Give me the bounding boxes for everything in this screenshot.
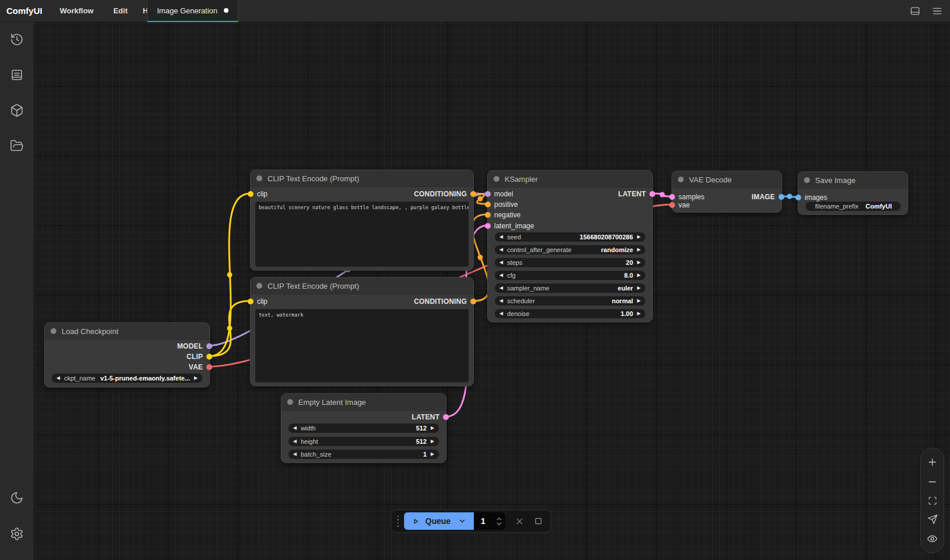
theme-moon-icon[interactable]	[10, 491, 24, 505]
decrement-arrow-icon[interactable]: ◀	[499, 260, 503, 265]
zoom-out-icon[interactable]	[927, 476, 938, 487]
increment-arrow-icon[interactable]: ▶	[637, 273, 641, 278]
increment-arrow-icon[interactable]: ▶	[637, 235, 641, 239]
workflows-folder-icon[interactable]	[10, 139, 24, 153]
menu-workflow[interactable]: Workflow	[60, 6, 94, 15]
node-header[interactable]: CLIP Text Encode (Prompt)	[251, 170, 473, 187]
collapse-dot-icon[interactable]	[51, 328, 56, 334]
clip-output-slot[interactable]	[206, 354, 212, 360]
widget-batch-size[interactable]: ◀ batch_size 1 ▶	[288, 450, 439, 459]
batch-count-input[interactable]: 1	[474, 512, 505, 530]
widget-width[interactable]: ◀ width 512 ▶	[288, 423, 439, 433]
zoom-in-icon[interactable]	[927, 457, 938, 468]
samples-input-slot[interactable]	[669, 194, 675, 200]
decrement-arrow-icon[interactable]: ◀	[499, 247, 503, 252]
fit-view-icon[interactable]	[927, 496, 938, 506]
image-output-slot[interactable]	[778, 194, 784, 200]
decrement-arrow-icon[interactable]: ◀	[499, 235, 503, 239]
panel-toggle-icon[interactable]	[909, 5, 921, 17]
decrement-arrow-icon[interactable]: ◀	[293, 426, 297, 430]
latent-image-input-slot[interactable]	[485, 223, 491, 229]
drag-handle[interactable]	[397, 516, 399, 527]
node-empty-latent-image[interactable]: Empty Latent Image LATENT ◀ width 512 ▶ …	[281, 393, 447, 463]
widget-height[interactable]: ◀ height 512 ▶	[288, 437, 439, 446]
node-title: CLIP Text Encode (Prompt)	[267, 174, 359, 183]
increment-arrow-icon[interactable]: ▶	[637, 311, 641, 316]
queue-button[interactable]: Queue	[404, 512, 474, 530]
widget-sampler-name[interactable]: ◀ sampler_name euler ▶	[495, 283, 645, 293]
model-output-slot[interactable]	[206, 343, 212, 349]
increment-arrow-icon[interactable]: ▶	[637, 247, 641, 252]
node-header[interactable]: Empty Latent Image	[281, 394, 446, 411]
increment-arrow-icon[interactable]: ▶	[637, 299, 641, 303]
increment-arrow-icon[interactable]: ▶	[431, 426, 434, 430]
clip-input-slot[interactable]	[248, 191, 253, 197]
increment-arrow-icon[interactable]: ▶	[431, 452, 434, 457]
conditioning-output-slot[interactable]	[470, 191, 476, 197]
node-clip-text-encode-negative[interactable]: CLIP Text Encode (Prompt) clip CONDITION…	[250, 277, 474, 386]
vae-output-slot[interactable]	[206, 364, 212, 370]
clip-input-slot[interactable]	[248, 299, 253, 304]
widget-filename-prefix[interactable]: filename_prefix ComfyUI	[806, 202, 901, 211]
prompt-textarea[interactable]: beautiful scenery nature glass bottle la…	[255, 202, 469, 267]
widget-cfg[interactable]: ◀ cfg 8.0 ▶	[495, 271, 645, 280]
node-save-image[interactable]: Save Image images filename_prefix ComfyU…	[798, 171, 908, 215]
node-vae-decode[interactable]: VAE Decode samples IMAGE vae	[672, 171, 782, 213]
decrement-arrow-icon[interactable]: ◀	[293, 452, 297, 457]
decrement-arrow-icon[interactable]: ◀	[499, 273, 503, 278]
unsaved-dot-icon	[224, 8, 228, 13]
stepper-down-icon[interactable]	[496, 522, 502, 526]
increment-arrow-icon[interactable]: ▶	[637, 286, 641, 290]
latent-output-slot[interactable]	[649, 191, 655, 197]
conditioning-output-slot[interactable]	[470, 299, 476, 304]
node-templates-icon[interactable]	[10, 68, 24, 82]
images-input-slot[interactable]	[795, 195, 801, 200]
model-input-slot[interactable]	[485, 191, 491, 197]
node-header[interactable]: Load Checkpoint	[45, 323, 209, 340]
node-header[interactable]: VAE Decode	[672, 171, 781, 188]
positive-input-slot[interactable]	[485, 202, 491, 207]
node-header[interactable]: CLIP Text Encode (Prompt)	[251, 278, 473, 295]
stepper-up-icon[interactable]	[496, 516, 502, 521]
collapse-dot-icon[interactable]	[494, 176, 499, 182]
prompt-textarea[interactable]: text, watermark	[255, 309, 469, 382]
pan-mode-icon[interactable]	[927, 514, 938, 525]
decrement-arrow-icon[interactable]: ◀	[499, 299, 503, 303]
increment-arrow-icon[interactable]: ▶	[637, 260, 641, 265]
latent-output-slot[interactable]	[443, 414, 449, 420]
menu-edit[interactable]: Edit	[113, 6, 128, 15]
increment-arrow-icon[interactable]: ▶	[431, 439, 434, 444]
model-library-icon[interactable]	[10, 103, 24, 117]
tab-image-generation[interactable]: Image Generation	[147, 0, 238, 22]
negative-input-slot[interactable]	[485, 212, 491, 218]
clear-queue-button[interactable]	[515, 516, 524, 526]
stop-button[interactable]	[534, 516, 543, 526]
node-clip-text-encode-positive[interactable]: CLIP Text Encode (Prompt) clip CONDITION…	[250, 170, 474, 271]
widget-scheduler[interactable]: ◀ scheduler normal ▶	[495, 296, 645, 306]
toggle-visibility-eye-icon[interactable]	[927, 533, 938, 544]
widget-seed[interactable]: ◀ seed 156680208700286 ▶	[495, 232, 645, 242]
collapse-dot-icon[interactable]	[804, 177, 810, 183]
widget-steps[interactable]: ◀ steps 20 ▶	[495, 258, 645, 267]
collapse-dot-icon[interactable]	[287, 399, 293, 405]
settings-gear-icon[interactable]	[10, 527, 24, 541]
collapse-dot-icon[interactable]	[256, 175, 262, 181]
node-ksampler[interactable]: KSampler model LATENT positive negative …	[487, 170, 653, 322]
widget-denoise[interactable]: ◀ denoise 1.00 ▶	[495, 309, 645, 318]
vae-input-slot[interactable]	[669, 202, 675, 208]
node-header[interactable]: KSampler	[488, 171, 652, 188]
history-icon[interactable]	[10, 33, 24, 46]
chevron-down-icon[interactable]	[458, 517, 466, 525]
decrement-arrow-icon[interactable]: ◀	[293, 439, 297, 444]
collapse-dot-icon[interactable]	[678, 177, 684, 182]
node-header[interactable]: Save Image	[798, 172, 908, 189]
increment-arrow-icon[interactable]: ▶	[194, 376, 198, 380]
decrement-arrow-icon[interactable]: ◀	[499, 311, 503, 316]
widget-control-after-generate[interactable]: ◀ control_after_generate randomize ▶	[495, 245, 645, 254]
widget-ckpt-name[interactable]: ◀ ckpt_name v1-5-pruned-emaonly.safete..…	[52, 374, 202, 383]
collapse-dot-icon[interactable]	[256, 283, 262, 289]
decrement-arrow-icon[interactable]: ◀	[56, 376, 60, 380]
node-load-checkpoint[interactable]: Load Checkpoint MODEL CLIP VAE ◀ ckpt_na…	[44, 322, 210, 387]
hamburger-menu-icon[interactable]	[931, 5, 943, 17]
decrement-arrow-icon[interactable]: ◀	[499, 286, 503, 290]
